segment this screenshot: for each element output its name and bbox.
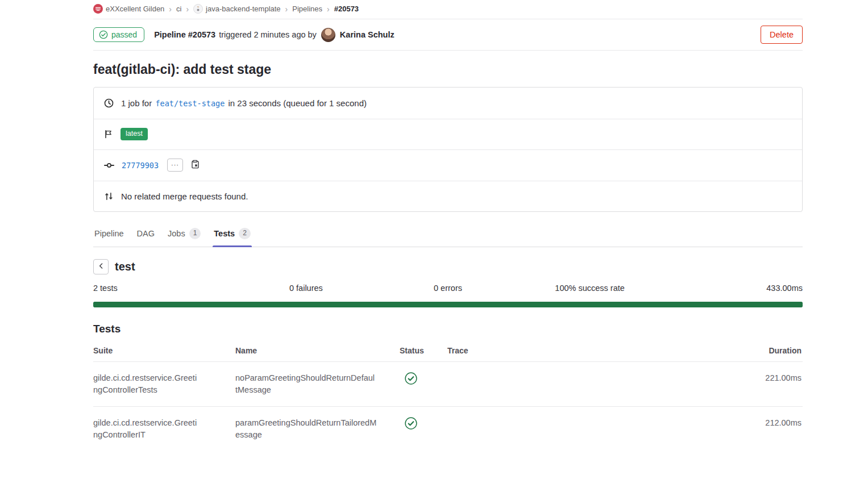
author-avatar[interactable] [321,28,335,42]
pipeline-tabs: PipelineDAGJobs1Tests2 [93,223,803,247]
summary-stat: 0 failures [235,284,377,293]
summary-stat: 2 tests [93,284,235,293]
merge-request-icon [104,191,114,201]
group-avatar-icon [93,4,103,14]
test-suite-cell: gilde.ci.cd.restservice.GreetingControll… [93,417,235,441]
ref-link[interactable]: feat/test-stage [155,99,225,108]
column-header-suite: Suite [93,346,235,355]
tab-label: Tests [214,229,235,238]
pipeline-trigger-info: Pipeline #20573 triggered 2 minutes ago … [154,28,394,42]
test-duration-cell: 212.00ms [729,417,803,429]
tab-label: DAG [137,229,155,238]
latest-badge: latest [121,128,148,140]
project-avatar-icon [193,4,203,14]
column-header-status: Status [400,346,447,355]
breadcrumb: eXXcellent Gilden›ci›java-backend-templa… [93,0,803,19]
test-name-cell: paramGreetingShouldReturnTailoredMessage [235,417,400,441]
tests-section-heading: Tests [93,323,803,335]
tab-jobs[interactable]: Jobs1 [167,223,202,247]
test-suite-cell: gilde.ci.cd.restservice.GreetingControll… [93,372,235,396]
summary-stat: 100% success rate [519,284,661,293]
test-row: gilde.ci.cd.restservice.GreetingControll… [93,407,803,451]
breadcrumb-label: Pipelines [292,5,322,13]
tab-tests[interactable]: Tests2 [213,223,252,247]
test-duration-cell: 221.00ms [729,372,803,384]
test-status-cell [400,417,447,433]
copy-to-clipboard-icon [190,160,200,170]
breadcrumb-item-pipelines[interactable]: Pipelines [292,5,322,13]
breadcrumb-separator-icon: › [169,5,172,13]
breadcrumb-label: #20573 [334,5,359,13]
tab-label: Pipeline [94,229,124,238]
breadcrumb-item-ci[interactable]: ci [176,5,181,13]
summary-stat: 0 errors [377,284,519,293]
pipeline-info-box: 1 job for feat/test-stage in 23 seconds … [93,87,803,212]
status-badge-label: passed [111,30,137,39]
breadcrumb-item-java-backend-template[interactable]: java-backend-template [193,4,281,14]
author-name-link[interactable]: Karina Schulz [340,30,394,39]
breadcrumb-label: eXXcellent Gilden [106,5,164,13]
job-count-text: 1 job for [121,98,152,108]
suite-name-heading: test [115,260,135,273]
commit-sha-link[interactable]: 27779903 [122,161,159,170]
tests-table: SuiteNameStatusTraceDurationgilde.ci.cd.… [93,338,803,451]
breadcrumb-label: ci [176,5,181,13]
merge-request-text: No related merge requests found. [121,191,248,201]
test-passed-icon [405,372,417,385]
job-summary-row: 1 job for feat/test-stage in 23 seconds … [94,88,802,119]
breadcrumb-separator-icon: › [327,5,330,13]
tab-count-badge: 1 [189,228,201,239]
job-duration-text: in 23 seconds (queued for 1 second) [228,98,367,108]
back-button[interactable] [93,259,109,274]
breadcrumb-label: java-backend-template [206,5,281,13]
pipeline-status-badge[interactable]: passed [93,27,144,42]
pipeline-detail-page: eXXcellent Gilden›ci›java-backend-templa… [93,0,803,451]
tab-label: Jobs [168,229,185,238]
test-name-cell: noParamGreetingShouldReturnDefaultMessag… [235,372,400,396]
tab-count-badge: 2 [239,228,251,239]
breadcrumb-separator-icon: › [186,5,189,13]
flag-icon [104,130,113,139]
column-header-duration: Duration [729,346,803,355]
pipeline-id: Pipeline #20573 [154,30,215,39]
column-header-name: Name [235,346,400,355]
copy-commit-sha-button[interactable] [190,160,200,170]
delete-button[interactable]: Delete [761,26,803,44]
latest-badge-row: latest [94,119,802,150]
commit-row: 27779903 ··· [94,149,802,181]
tab-pipeline[interactable]: Pipeline [93,223,125,247]
page-title: feat(gitlab-ci): add test stage [93,62,803,77]
chevron-left-icon [98,263,105,271]
tests-table-header: SuiteNameStatusTraceDuration [93,338,803,362]
success-rate-bar [93,302,803,307]
pipeline-header-bar: passed Pipeline #20573 triggered 2 minut… [93,19,803,51]
success-rate-bar-fill [93,302,803,307]
summary-stat: 433.00ms [661,284,803,293]
job-summary-text: 1 job for feat/test-stage in 23 seconds … [121,98,367,108]
test-summary-stats: 2 tests0 failures0 errors100% success ra… [93,284,803,293]
breadcrumb-item-20573[interactable]: #20573 [334,5,359,13]
commit-icon [104,160,114,170]
test-passed-icon [405,417,417,430]
test-row: gilde.ci.cd.restservice.GreetingControll… [93,362,803,407]
test-status-cell [400,372,447,388]
breadcrumb-separator-icon: › [285,5,288,13]
check-circle-icon [99,30,108,39]
pipeline-header-left: passed Pipeline #20573 triggered 2 minut… [93,27,394,42]
toggle-commit-description-button[interactable]: ··· [167,159,183,172]
tab-dag[interactable]: DAG [136,223,156,247]
merge-request-row: No related merge requests found. [94,181,802,212]
column-header-trace: Trace [447,346,729,355]
test-suite-header: test [93,259,803,274]
clock-icon [104,98,114,108]
breadcrumb-item-exxcellent-gilden[interactable]: eXXcellent Gilden [93,4,164,14]
triggered-text: triggered 2 minutes ago by [219,30,317,39]
